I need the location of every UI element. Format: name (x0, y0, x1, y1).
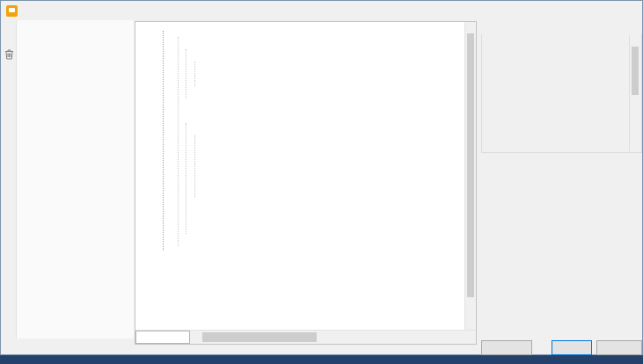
cancel-button[interactable] (596, 340, 642, 355)
scroll-left-icon[interactable] (190, 331, 201, 344)
move-down-icon[interactable] (2, 91, 16, 105)
preview-button[interactable] (481, 340, 532, 355)
delete-toast-button[interactable] (2, 49, 16, 63)
scroll-up-icon[interactable] (630, 35, 640, 46)
toast-list (17, 20, 134, 339)
indent-guide (186, 49, 186, 98)
indent-guide (194, 62, 195, 86)
zoom-combobox[interactable] (135, 331, 190, 344)
trash-icon (4, 49, 14, 60)
elements-panel (481, 21, 642, 339)
scroll-down-icon[interactable] (630, 141, 640, 151)
code-lines (135, 22, 464, 25)
ok-button[interactable] (552, 340, 592, 355)
indent-guide (194, 135, 195, 197)
app-icon (6, 5, 18, 17)
close-button[interactable] (616, 3, 639, 18)
minimize-button[interactable] (570, 3, 593, 18)
maximize-button[interactable] (593, 3, 616, 18)
vertical-scroll-thumb[interactable] (467, 33, 474, 297)
move-up-icon[interactable] (2, 65, 16, 79)
horizontal-scroll-thumb[interactable] (202, 332, 317, 342)
form-scrollbar[interactable] (629, 35, 640, 151)
window-controls (570, 3, 639, 18)
titlebar[interactable] (1, 1, 642, 20)
scroll-right-icon[interactable] (464, 331, 476, 344)
scroll-up-icon[interactable] (465, 22, 476, 33)
form-scroll-thumb[interactable] (632, 47, 639, 95)
desktop-background (0, 355, 643, 364)
scroll-down-icon[interactable] (465, 319, 476, 330)
code-area[interactable] (135, 22, 464, 330)
elements-panel-title (481, 21, 642, 34)
editor-vertical-scrollbar[interactable] (464, 22, 476, 330)
indent-guide (186, 123, 186, 234)
editor-horizontal-scrollbar[interactable] (190, 331, 476, 344)
radtoast-editor-window (0, 0, 643, 355)
editor-statusbar (135, 330, 476, 344)
combobox-form (481, 34, 642, 153)
xml-editor (135, 21, 477, 345)
fold-structure-line (163, 31, 164, 251)
dialog-footer (481, 340, 642, 355)
add-toast-button[interactable] (2, 27, 16, 41)
toast-list-toolbar (2, 20, 17, 339)
indent-guide (178, 37, 179, 246)
